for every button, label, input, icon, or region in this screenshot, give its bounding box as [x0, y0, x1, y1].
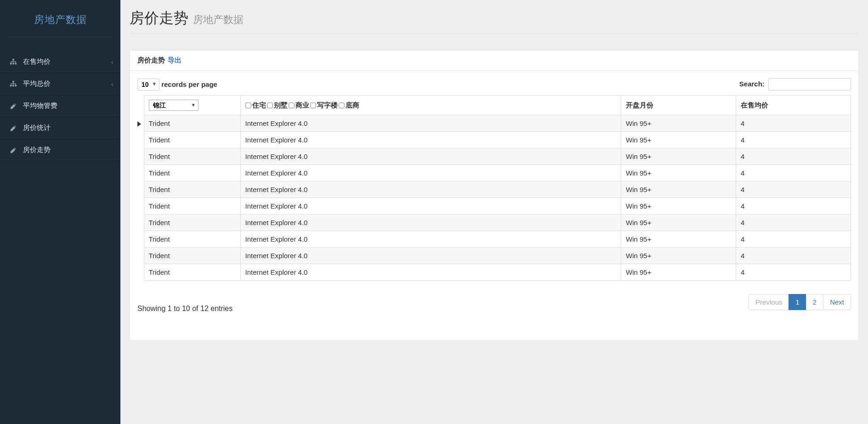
table-row: TridentInternet Explorer 4.0Win 95+4 [137, 148, 851, 165]
cell-3: 4 [736, 115, 851, 132]
sidebar-item-label: 平均物管费 [23, 102, 57, 110]
cell-3: 4 [736, 248, 851, 264]
type-label: 底商 [346, 101, 359, 109]
expand-toggle[interactable] [137, 248, 144, 264]
type-option-0[interactable]: 住宅 [245, 101, 266, 109]
type-checkbox-3[interactable] [310, 102, 316, 108]
export-link[interactable]: 导出 [168, 56, 182, 64]
cell-0: Trident [144, 198, 240, 215]
cell-2: Win 95+ [621, 181, 736, 198]
expand-toggle[interactable] [137, 264, 144, 281]
cell-0: Trident [144, 181, 240, 198]
cell-2: Win 95+ [621, 132, 736, 148]
table-controls: 10 records per page Search: [137, 78, 851, 90]
price-header: 在售均价 [736, 96, 851, 115]
cell-1: Internet Explorer 4.0 [240, 248, 621, 264]
page-header: 房价走势 房地产数据 [130, 8, 859, 34]
cell-1: Internet Explorer 4.0 [240, 115, 621, 132]
main-content: 房价走势 房地产数据 房价走势 导出 10 records per page S… [120, 0, 868, 350]
cell-2: Win 95+ [621, 215, 736, 231]
sidebar-item-3[interactable]: 房价统计 [0, 117, 120, 139]
page-title: 房价走势 [130, 10, 188, 26]
sitemap-icon [9, 81, 17, 87]
sidebar-item-2[interactable]: 平均物管费 [0, 95, 120, 117]
district-header: 锦江 [144, 96, 240, 115]
type-checkbox-1[interactable] [267, 102, 272, 108]
svg-rect-3 [15, 62, 17, 64]
pagination-previous[interactable]: Previous [749, 294, 789, 310]
brand-link[interactable]: 房地产数据 [34, 14, 87, 25]
type-option-3[interactable]: 写字楼 [310, 101, 338, 109]
svg-rect-2 [12, 62, 14, 64]
page-size-select[interactable]: 10 [137, 79, 159, 90]
chevron-left-icon: ‹ [111, 59, 113, 65]
records-per-page-label: records per page [161, 80, 217, 88]
cell-0: Trident [144, 165, 240, 181]
cell-1: Internet Explorer 4.0 [240, 165, 621, 181]
table-row: TridentInternet Explorer 4.0Win 95+4 [137, 231, 851, 248]
district-select[interactable]: 锦江 [149, 100, 199, 111]
type-option-4[interactable]: 底商 [339, 101, 359, 109]
cell-1: Internet Explorer 4.0 [240, 264, 621, 281]
type-checkbox-0[interactable] [245, 102, 251, 108]
expand-toggle[interactable] [137, 231, 144, 248]
cell-0: Trident [144, 248, 240, 264]
expand-toggle[interactable] [137, 165, 144, 181]
pagination-page-2[interactable]: 2 [806, 294, 823, 310]
type-header: 住宅别墅商业写字楼底商 [240, 96, 621, 115]
edit-icon [9, 147, 17, 153]
cell-3: 4 [736, 198, 851, 215]
sidebar-item-0[interactable]: 在售均价‹ [0, 51, 120, 73]
svg-rect-6 [12, 85, 14, 86]
type-checkbox-4[interactable] [339, 102, 344, 108]
type-label: 写字楼 [317, 101, 338, 109]
panel-body: 10 records per page Search: [130, 71, 858, 340]
search-input[interactable] [768, 78, 851, 90]
cell-2: Win 95+ [621, 248, 736, 264]
type-label: 别墅 [274, 101, 288, 109]
panel: 房价走势 导出 10 records per page Search: [130, 50, 859, 341]
cell-1: Internet Explorer 4.0 [240, 231, 621, 248]
table-row: TridentInternet Explorer 4.0Win 95+4 [137, 132, 851, 148]
table-row: TridentInternet Explorer 4.0Win 95+4 [137, 198, 851, 215]
type-option-1[interactable]: 别墅 [267, 101, 288, 109]
svg-rect-1 [10, 62, 12, 64]
expand-toggle[interactable] [137, 115, 144, 132]
sidebar-item-label: 在售均价 [23, 57, 51, 66]
sidebar-item-4[interactable]: 房价走势 [0, 139, 120, 161]
data-table: 锦江 住宅别墅商业写字楼底商 开盘月份 在售均价 TridentInternet… [137, 95, 851, 281]
svg-rect-0 [12, 59, 14, 61]
search-label: Search: [739, 80, 765, 88]
cell-2: Win 95+ [621, 165, 736, 181]
pagination-next[interactable]: Next [823, 294, 851, 310]
cell-0: Trident [144, 215, 240, 231]
expand-toggle[interactable] [137, 181, 144, 198]
sidebar-item-1[interactable]: 平均总价‹ [0, 73, 120, 95]
cell-3: 4 [736, 148, 851, 165]
expand-toggle[interactable] [137, 148, 144, 165]
expand-toggle[interactable] [137, 215, 144, 231]
svg-rect-4 [12, 81, 14, 83]
type-option-2[interactable]: 商业 [289, 101, 309, 109]
cell-2: Win 95+ [621, 115, 736, 132]
panel-heading: 房价走势 导出 [130, 51, 858, 71]
svg-rect-5 [10, 85, 12, 86]
table-row: TridentInternet Explorer 4.0Win 95+4 [137, 248, 851, 264]
chevron-left-icon: ‹ [111, 81, 113, 87]
pagination-page-1[interactable]: 1 [789, 294, 806, 310]
cell-1: Internet Explorer 4.0 [240, 132, 621, 148]
panel-title: 房价走势 [137, 56, 165, 64]
sidebar: 房地产数据 在售均价‹平均总价‹平均物管费房价统计房价走势 [0, 0, 120, 424]
cell-3: 4 [736, 165, 851, 181]
type-checkbox-2[interactable] [289, 102, 294, 108]
cell-1: Internet Explorer 4.0 [240, 148, 621, 165]
expand-toggle[interactable] [137, 132, 144, 148]
expand-toggle[interactable] [137, 198, 144, 215]
cell-3: 4 [736, 264, 851, 281]
cell-0: Trident [144, 264, 240, 281]
table-row: TridentInternet Explorer 4.0Win 95+4 [137, 165, 851, 181]
cell-3: 4 [736, 181, 851, 198]
svg-rect-7 [15, 85, 17, 86]
brand: 房地产数据 [0, 0, 120, 37]
sitemap-icon [9, 59, 17, 65]
